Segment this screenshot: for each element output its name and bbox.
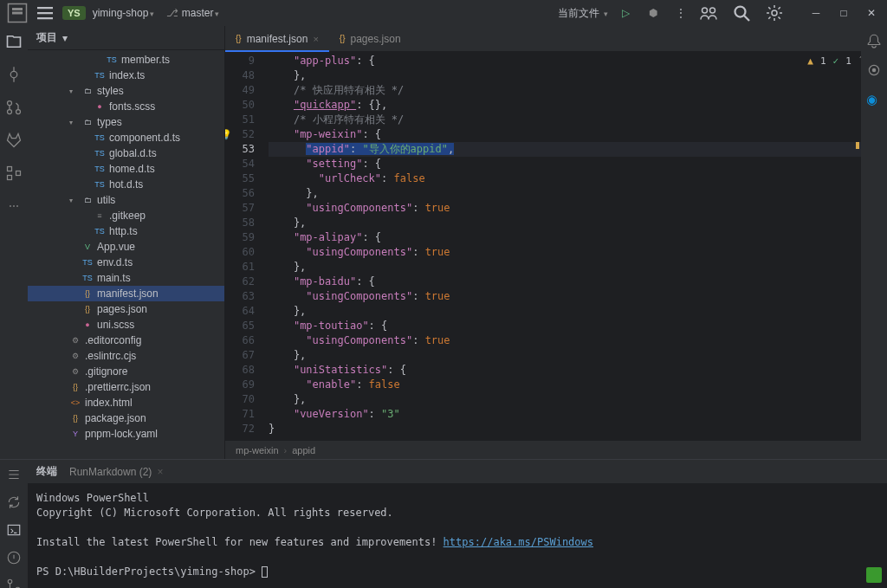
- terminal-panel: 终端 RunMarkdown (2) × Windows PowerShell …: [0, 459, 887, 588]
- commit-tool-icon[interactable]: [5, 66, 23, 83]
- tree-item[interactable]: ▾🗀styles: [28, 83, 224, 99]
- tree-item[interactable]: ▾🗀types: [28, 114, 224, 130]
- terminal-cursor: [262, 566, 268, 578]
- svg-rect-11: [8, 167, 12, 171]
- chevron-down-icon[interactable]: ▾: [62, 32, 68, 44]
- project-sidebar: 项目 ▾ TSmember.tsTSindex.ts▾🗀styles●fonts…: [28, 26, 225, 459]
- edge-icon[interactable]: ◉: [866, 92, 882, 107]
- tree-item[interactable]: ⚙.editorconfig: [28, 333, 224, 348]
- minimize-button[interactable]: ─: [807, 7, 825, 19]
- left-tool-rail: ⋯: [0, 26, 28, 459]
- svg-point-3: [702, 8, 708, 13]
- editor-tab[interactable]: {}pages.json: [329, 26, 411, 51]
- tree-item[interactable]: ⚙.eslintrc.cjs: [28, 348, 224, 364]
- vcs-icon[interactable]: [6, 578, 22, 588]
- project-badge: YS: [62, 6, 86, 20]
- svg-rect-1: [12, 8, 23, 10]
- right-tool-rail: ◉: [861, 26, 887, 459]
- more-tools-icon[interactable]: ⋯: [5, 197, 23, 215]
- svg-rect-13: [16, 171, 21, 176]
- tree-item[interactable]: {}pages.json: [28, 301, 224, 317]
- svg-point-4: [710, 8, 715, 13]
- tree-item[interactable]: ●fonts.scss: [28, 99, 224, 114]
- terminal-output[interactable]: Windows PowerShell Copyright (C) Microso…: [28, 484, 887, 588]
- tree-item[interactable]: TSenv.d.ts: [28, 255, 224, 270]
- tree-item[interactable]: TShttp.ts: [28, 223, 224, 239]
- scrollbar-marker: [856, 142, 859, 149]
- run-button[interactable]: ▷: [615, 3, 636, 23]
- terminal-tab-main[interactable]: 终端: [36, 464, 57, 479]
- status-badge[interactable]: [866, 567, 882, 583]
- run-config-selector[interactable]: 当前文件 ▾: [558, 6, 608, 21]
- svg-point-8: [8, 101, 12, 106]
- pull-requests-icon[interactable]: [5, 99, 23, 116]
- search-icon[interactable]: [731, 3, 752, 23]
- terminal-tabs: 终端 RunMarkdown (2) ×: [28, 460, 887, 484]
- tree-item[interactable]: TScomponent.d.ts: [28, 130, 224, 145]
- tree-item[interactable]: TShome.d.ts: [28, 161, 224, 177]
- notifications-icon[interactable]: [866, 33, 882, 48]
- editor-area: {}manifest.json×{}pages.json ⋮ 948495051…: [225, 26, 887, 459]
- tree-item[interactable]: {}.prettierrc.json: [28, 379, 224, 395]
- terminal-icon[interactable]: [6, 522, 22, 538]
- close-button[interactable]: ✕: [863, 7, 880, 19]
- tree-item[interactable]: TShot.d.ts: [28, 177, 224, 192]
- svg-point-6: [772, 10, 777, 16]
- tree-item[interactable]: TSindex.ts: [28, 68, 224, 83]
- svg-point-16: [8, 579, 12, 584]
- ai-assistant-icon[interactable]: [866, 62, 882, 78]
- list-icon[interactable]: [6, 467, 22, 482]
- hamburger-icon[interactable]: [35, 3, 55, 23]
- powershell-link[interactable]: https://aka.ms/PSWindows: [444, 536, 593, 548]
- tree-item[interactable]: TSmember.ts: [28, 52, 224, 68]
- branch-selector[interactable]: ⎇ master▾: [166, 7, 219, 19]
- svg-point-19: [872, 68, 877, 73]
- structure-tool-icon[interactable]: [5, 165, 23, 182]
- tree-item[interactable]: TSmain.ts: [28, 270, 224, 286]
- tree-item[interactable]: {}package.json: [28, 410, 224, 426]
- tree-item[interactable]: Ypnpm-lock.yaml: [28, 426, 224, 442]
- breadcrumb[interactable]: mp-weixin › appid: [225, 440, 887, 459]
- tree-item[interactable]: ⚙.gitignore: [28, 364, 224, 379]
- more-actions-icon[interactable]: ⋮: [670, 3, 691, 23]
- project-selector[interactable]: yiming-shop▾: [93, 7, 155, 19]
- debug-button[interactable]: ⬢: [643, 3, 664, 23]
- project-tool-icon[interactable]: [5, 33, 23, 50]
- tree-item[interactable]: TSglobal.d.ts: [28, 145, 224, 161]
- tree-item[interactable]: {}manifest.json: [28, 286, 224, 301]
- editor-tab[interactable]: {}manifest.json×: [225, 26, 329, 51]
- close-icon[interactable]: ×: [313, 34, 318, 44]
- code-editor[interactable]: 948495051💡525354555657585960616263646566…: [225, 52, 887, 440]
- titlebar: YS yiming-shop▾ ⎇ master▾ 当前文件 ▾ ▷ ⬢ ⋮ ─…: [0, 0, 887, 26]
- tree-item[interactable]: ▾🗀utils: [28, 192, 224, 208]
- gitlab-icon[interactable]: [5, 132, 23, 149]
- svg-rect-12: [8, 176, 12, 180]
- svg-point-7: [10, 71, 17, 78]
- svg-rect-2: [12, 12, 23, 15]
- sidebar-title: 项目: [36, 30, 57, 45]
- editor-tabs: {}manifest.json×{}pages.json ⋮: [225, 26, 887, 52]
- svg-point-9: [8, 110, 12, 114]
- app-menu-icon[interactable]: [7, 3, 28, 23]
- problems-icon[interactable]: [6, 550, 22, 565]
- maximize-button[interactable]: □: [835, 7, 852, 19]
- tree-item[interactable]: <>index.html: [28, 395, 224, 410]
- settings-icon[interactable]: [764, 3, 785, 23]
- refresh-icon[interactable]: [6, 494, 22, 510]
- terminal-tab-markdown[interactable]: RunMarkdown (2) ×: [69, 466, 163, 478]
- warning-icon: ▲: [807, 55, 813, 67]
- tree-item[interactable]: ≡.gitkeep: [28, 208, 224, 223]
- file-tree[interactable]: TSmember.tsTSindex.ts▾🗀styles●fonts.scss…: [28, 50, 224, 459]
- tree-item[interactable]: ●uni.scss: [28, 317, 224, 333]
- tree-item[interactable]: VApp.vue: [28, 239, 224, 255]
- svg-point-5: [735, 7, 746, 17]
- sidebar-header: 项目 ▾: [28, 26, 224, 50]
- ok-icon: ✓: [833, 55, 839, 67]
- svg-point-10: [16, 110, 21, 114]
- collaborate-icon[interactable]: [698, 3, 719, 23]
